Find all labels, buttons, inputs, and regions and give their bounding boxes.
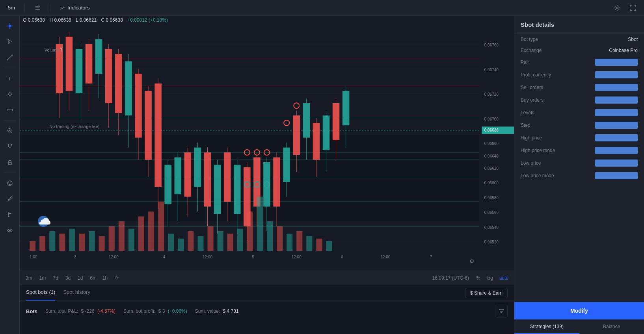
- fullscreen-btn[interactable]: [627, 3, 639, 13]
- filter-btn[interactable]: [495, 305, 508, 317]
- svg-rect-129: [99, 236, 105, 251]
- left-sidebar: T: [0, 16, 20, 334]
- cursor-tool[interactable]: [3, 35, 17, 49]
- svg-rect-128: [89, 231, 95, 251]
- flag-tool[interactable]: [3, 208, 17, 222]
- svg-rect-135: [158, 202, 164, 251]
- svg-rect-109: [323, 115, 330, 150]
- tab-spot-bots[interactable]: Spot bots (1): [26, 286, 55, 301]
- tf-replay[interactable]: ⟳: [112, 274, 121, 282]
- eye-tool[interactable]: [3, 223, 17, 238]
- svg-line-13: [10, 93, 11, 94]
- svg-line-15: [10, 94, 11, 96]
- svg-rect-125: [59, 234, 65, 251]
- svg-rect-91: [234, 165, 241, 214]
- svg-rect-99: [273, 158, 280, 207]
- magnet-tool[interactable]: [3, 139, 17, 154]
- log-btn[interactable]: log: [484, 275, 495, 282]
- svg-rect-146: [267, 221, 273, 251]
- svg-point-28: [10, 182, 11, 183]
- zoom-tool[interactable]: [3, 124, 17, 138]
- chart-svg: 0.06760 0.06740 0.06720 0.06700 0.06680 …: [20, 24, 514, 271]
- svg-text:7: 7: [430, 255, 432, 259]
- bots-title: Bots: [26, 308, 37, 314]
- percent-btn[interactable]: %: [474, 275, 483, 282]
- pattern-tool[interactable]: [3, 87, 17, 101]
- sum-bot-profit-value: $ 3 (+0.06%): [158, 308, 187, 314]
- svg-text:0.06600: 0.06600: [484, 181, 499, 185]
- svg-rect-142: [227, 234, 233, 251]
- svg-rect-81: [184, 152, 192, 197]
- svg-rect-152: [326, 241, 332, 251]
- tf-3d[interactable]: 3d: [63, 274, 73, 282]
- change-value: +0.00012 (+0.18%): [127, 17, 168, 23]
- svg-rect-85: [204, 152, 211, 207]
- settings-btn[interactable]: [611, 3, 624, 13]
- sum-total-pnl: Sum. total P&L: $ -226 (-4.57%): [45, 308, 115, 314]
- trend-line-tool[interactable]: [3, 50, 17, 65]
- svg-text:12:00: 12:00: [203, 255, 212, 259]
- detail-bot-type: Bot type Sbot: [514, 34, 644, 45]
- timeframe-btn[interactable]: 5m: [5, 3, 18, 12]
- tf-6h[interactable]: 6h: [87, 274, 98, 282]
- sum-bot-profit: Sum. bot profit: $ 3 (+0.06%): [123, 308, 187, 314]
- svg-rect-151: [316, 239, 322, 251]
- svg-text:6: 6: [341, 255, 343, 259]
- svg-text:⚙: ⚙: [469, 258, 475, 264]
- tf-1h[interactable]: 1h: [100, 274, 110, 282]
- svg-rect-140: [208, 226, 214, 251]
- crosshair-tool[interactable]: [3, 19, 17, 33]
- detail-step: Step: [514, 119, 644, 132]
- svg-line-4: [7, 55, 12, 60]
- top-toolbar: 5m Indicators: [0, 0, 644, 16]
- svg-rect-69: [125, 61, 132, 116]
- svg-text:3: 3: [74, 255, 76, 259]
- annotation-tool[interactable]: [3, 192, 17, 206]
- auto-btn[interactable]: auto: [497, 275, 511, 282]
- right-panel-header: Sbot details: [514, 16, 644, 34]
- share-earn-btn[interactable]: $ Share & Earn: [465, 288, 508, 298]
- tab-spot-history[interactable]: Spot history: [63, 286, 90, 301]
- detail-low-price: Low price: [514, 157, 644, 169]
- main-layout: T: [0, 16, 644, 334]
- tf-1d[interactable]: 1d: [75, 274, 86, 282]
- indicators-btn[interactable]: Indicators: [57, 3, 93, 12]
- svg-rect-133: [138, 217, 144, 251]
- svg-text:0.06540: 0.06540: [484, 225, 499, 230]
- svg-rect-101: [283, 148, 290, 182]
- compare-btn[interactable]: [31, 3, 44, 13]
- svg-text:T: T: [8, 76, 11, 82]
- chart-canvas[interactable]: 0.06760 0.06740 0.06720 0.06700 0.06680 …: [20, 24, 514, 271]
- svg-rect-130: [109, 226, 115, 251]
- svg-rect-67: [115, 54, 122, 113]
- tab-strategies[interactable]: Strategies (139): [514, 320, 579, 334]
- svg-rect-136: [168, 234, 174, 251]
- svg-rect-127: [79, 234, 85, 251]
- svg-text:12:00: 12:00: [380, 255, 390, 259]
- sum-value: Sum. value: $ 4 731: [195, 308, 239, 314]
- svg-rect-134: [148, 212, 154, 251]
- svg-rect-25: [8, 162, 11, 165]
- emoji-tool[interactable]: [3, 176, 17, 190]
- svg-text:0.06580: 0.06580: [484, 196, 499, 200]
- svg-text:0.06560: 0.06560: [484, 210, 499, 215]
- text-tool[interactable]: T: [3, 71, 17, 85]
- svg-rect-126: [69, 229, 75, 251]
- tab-balance[interactable]: Balance: [579, 320, 644, 334]
- svg-text:Volume 7: Volume 7: [45, 48, 63, 52]
- svg-rect-75: [154, 84, 162, 187]
- bots-panel: Spot bots (1) Spot history $ Share & Ear…: [20, 285, 514, 334]
- separator-1: [24, 4, 25, 12]
- svg-text:5: 5: [252, 255, 254, 259]
- measure-tool[interactable]: [3, 103, 17, 117]
- svg-text:No trading (exchange fee): No trading (exchange fee): [49, 124, 99, 129]
- modify-btn[interactable]: Modify: [514, 302, 644, 319]
- tf-3m[interactable]: 3m: [23, 274, 35, 282]
- chart-area: O 0.06630 H 0.06638 L 0.06621 C 0.06638 …: [20, 16, 514, 285]
- svg-rect-105: [303, 103, 310, 138]
- svg-rect-148: [287, 234, 292, 251]
- right-panel: Sbot details Bot type Sbot Exchange Coin…: [514, 16, 644, 334]
- lock-tool[interactable]: [3, 155, 17, 169]
- tf-1m[interactable]: 1m: [37, 274, 49, 282]
- tf-7d[interactable]: 7d: [50, 274, 61, 282]
